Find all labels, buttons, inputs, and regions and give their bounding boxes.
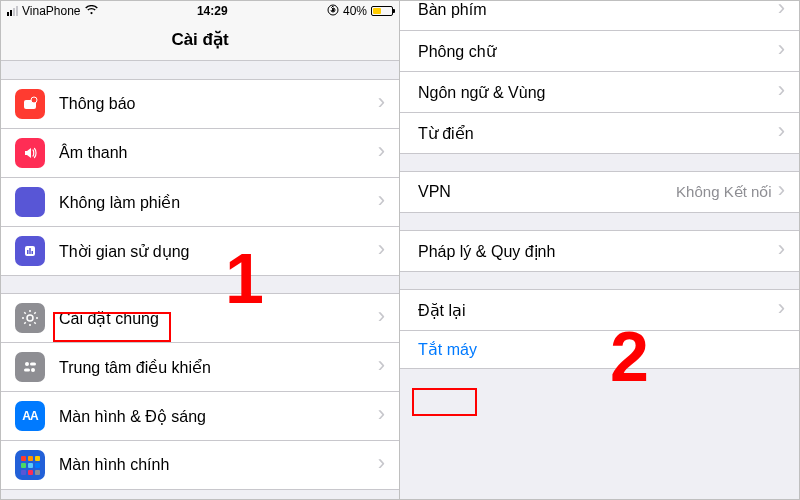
svg-point-3 — [31, 97, 37, 103]
chevron-right-icon: › — [778, 238, 785, 260]
row-dictionary[interactable]: Từ điển › — [400, 112, 799, 154]
chevron-right-icon: › — [378, 403, 385, 425]
svg-point-8 — [27, 315, 33, 321]
chevron-right-icon: › — [778, 38, 785, 60]
svg-line-14 — [34, 322, 35, 323]
rotation-lock-icon — [327, 4, 339, 18]
chevron-right-icon: › — [378, 189, 385, 211]
highlight-2 — [412, 388, 477, 416]
battery-pct: 40% — [343, 4, 367, 18]
chevron-right-icon: › — [378, 452, 385, 474]
svg-line-13 — [24, 312, 25, 313]
row-label: Pháp lý & Quy định — [418, 242, 778, 261]
row-label: Cài đặt chung — [59, 309, 378, 328]
general-group-2: VPN Không Kết nối › — [400, 171, 799, 213]
status-bar: VinaPhone 14:29 40% — [1, 1, 399, 21]
chevron-right-icon: › — [378, 305, 385, 327]
svg-rect-18 — [30, 363, 36, 366]
control-center-icon — [15, 352, 45, 382]
row-fonts[interactable]: Phông chữ › — [400, 30, 799, 72]
signal-icon — [7, 6, 18, 16]
svg-point-17 — [25, 362, 29, 366]
display-icon: AA — [15, 401, 45, 431]
row-label: Phông chữ — [418, 42, 778, 61]
row-label: Tắt máy — [418, 340, 785, 359]
general-group-3: Pháp lý & Quy định › — [400, 230, 799, 272]
svg-rect-7 — [32, 251, 34, 254]
row-control-center[interactable]: Trung tâm điều khiển › — [1, 342, 399, 392]
chevron-right-icon: › — [778, 79, 785, 101]
row-label: Ngôn ngữ & Vùng — [418, 83, 778, 102]
page-title: Cài đặt — [1, 21, 399, 61]
row-vpn[interactable]: VPN Không Kết nối › — [400, 171, 799, 213]
row-general[interactable]: Cài đặt chung › — [1, 293, 399, 343]
chevron-right-icon: › — [378, 354, 385, 376]
row-legal[interactable]: Pháp lý & Quy định › — [400, 230, 799, 272]
settings-group-2: Cài đặt chung › Trung tâm điều khiển › A… — [1, 293, 399, 490]
clock: 14:29 — [98, 4, 327, 18]
row-language-region[interactable]: Ngôn ngữ & Vùng › — [400, 71, 799, 113]
settings-group-1: Thông báo › Âm thanh › Không làm phiền › — [1, 79, 399, 276]
general-icon — [15, 303, 45, 333]
notifications-icon — [15, 89, 45, 119]
sounds-icon — [15, 138, 45, 168]
row-label: Âm thanh — [59, 144, 378, 162]
general-group-1: Bàn phím › Phông chữ › Ngôn ngữ & Vùng ›… — [400, 1, 799, 154]
general-settings-pane: Bàn phím › Phông chữ › Ngôn ngữ & Vùng ›… — [400, 1, 799, 499]
wifi-icon — [85, 4, 98, 18]
row-sounds[interactable]: Âm thanh › — [1, 128, 399, 178]
row-shutdown[interactable]: Tắt máy › — [400, 330, 799, 369]
row-label: Không làm phiền — [59, 193, 378, 212]
row-label: VPN — [418, 183, 676, 201]
chevron-right-icon: › — [378, 238, 385, 260]
chevron-right-icon: › — [778, 120, 785, 142]
screentime-icon — [15, 236, 45, 266]
battery-icon — [371, 6, 393, 16]
dnd-icon — [15, 187, 45, 217]
row-label: Thời gian sử dụng — [59, 242, 378, 261]
chevron-right-icon: › — [378, 140, 385, 162]
row-label: Bàn phím — [418, 1, 778, 19]
row-detail: Không Kết nối — [676, 183, 772, 201]
row-reset[interactable]: Đặt lại › — [400, 289, 799, 331]
row-label: Từ điển — [418, 124, 778, 143]
svg-line-16 — [34, 312, 35, 313]
chevron-right-icon: › — [778, 297, 785, 319]
chevron-right-icon: › — [778, 179, 785, 201]
svg-rect-19 — [24, 369, 30, 372]
svg-point-20 — [31, 368, 35, 372]
settings-root-pane: VinaPhone 14:29 40% Cài đặt — [1, 1, 400, 499]
chevron-right-icon: › — [378, 91, 385, 113]
svg-line-15 — [24, 322, 25, 323]
row-label: Trung tâm điều khiển — [59, 358, 378, 377]
row-keyboard[interactable]: Bàn phím › — [400, 1, 799, 31]
home-screen-icon — [15, 450, 45, 480]
row-label: Màn hình chính — [59, 456, 378, 474]
svg-rect-5 — [27, 250, 29, 254]
svg-rect-1 — [332, 9, 334, 12]
row-notifications[interactable]: Thông báo › — [1, 79, 399, 129]
row-label: Đặt lại — [418, 301, 778, 320]
row-screentime[interactable]: Thời gian sử dụng › — [1, 226, 399, 276]
carrier-label: VinaPhone — [22, 4, 81, 18]
general-group-4: Đặt lại › Tắt máy › — [400, 289, 799, 369]
row-dnd[interactable]: Không làm phiền › — [1, 177, 399, 227]
row-display[interactable]: AA Màn hình & Độ sáng › — [1, 391, 399, 441]
row-label: Màn hình & Độ sáng — [59, 407, 378, 426]
svg-rect-6 — [29, 248, 31, 254]
row-label: Thông báo — [59, 95, 378, 113]
chevron-right-icon: › — [778, 1, 785, 19]
row-home-screen[interactable]: Màn hình chính › — [1, 440, 399, 490]
